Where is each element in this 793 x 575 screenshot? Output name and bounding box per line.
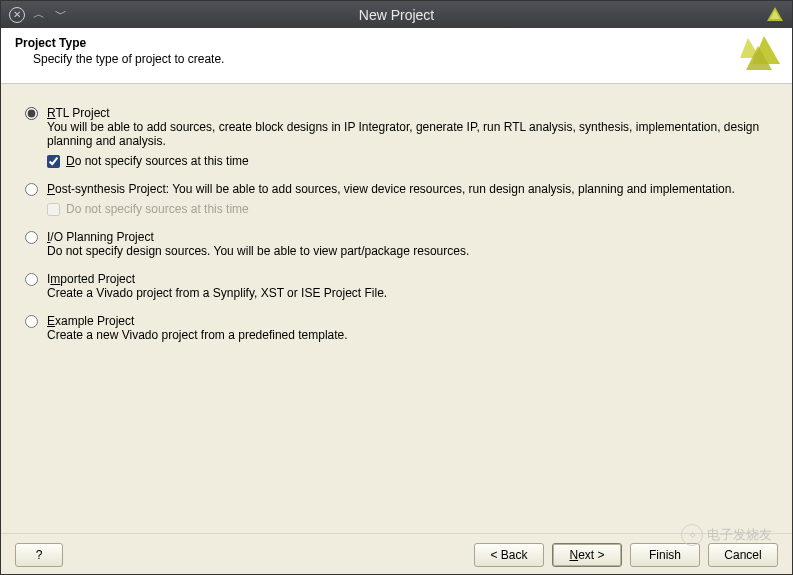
back-button[interactable]: < Back [474, 543, 544, 567]
vivado-logo-icon [738, 34, 782, 81]
option-post-title: Post-synthesis Project: You will be able… [47, 182, 774, 196]
option-ioplan-desc: Do not specify design sources. You will … [47, 244, 774, 258]
window-controls: ✕ ︿ ﹀ [1, 7, 69, 23]
wizard-footer: ? < Back Next > Finish Cancel [1, 533, 792, 575]
option-example-desc: Create a new Vivado project from a prede… [47, 328, 774, 342]
finish-button[interactable]: Finish [630, 543, 700, 567]
option-rtl-title: RTL Project [47, 106, 774, 120]
radio-imported-project[interactable] [25, 273, 38, 286]
option-example-title: Example Project [47, 314, 774, 328]
wizard-header: Project Type Specify the type of project… [1, 28, 792, 84]
radio-rtl-project[interactable] [25, 107, 38, 120]
option-ioplan-title: I/O Planning Project [47, 230, 774, 244]
help-button[interactable]: ? [15, 543, 63, 567]
rtl-do-not-specify-sources[interactable]: Do not specify sources at this time [47, 154, 774, 168]
app-logo-icon [766, 6, 784, 27]
close-icon[interactable]: ✕ [9, 7, 25, 23]
radio-io-planning[interactable] [25, 231, 38, 244]
project-type-options: RTL Project You will be able to add sour… [1, 84, 792, 533]
page-subtitle: Specify the type of project to create. [15, 50, 778, 66]
checkbox-rtl-no-sources[interactable] [47, 155, 60, 168]
option-post-synthesis[interactable]: Post-synthesis Project: You will be able… [25, 182, 774, 216]
titlebar: ✕ ︿ ﹀ New Project [1, 1, 792, 28]
post-do-not-specify-sources: Do not specify sources at this time [47, 202, 774, 216]
option-imported-project[interactable]: Imported Project Create a Vivado project… [25, 272, 774, 300]
radio-post-synthesis[interactable] [25, 183, 38, 196]
page-title: Project Type [15, 36, 778, 50]
option-io-planning[interactable]: I/O Planning Project Do not specify desi… [25, 230, 774, 258]
radio-example-project[interactable] [25, 315, 38, 328]
option-imported-title: Imported Project [47, 272, 774, 286]
next-button[interactable]: Next > [552, 543, 622, 567]
checkbox-post-no-sources [47, 203, 60, 216]
option-imported-desc: Create a Vivado project from a Synplify,… [47, 286, 774, 300]
chevron-up-icon[interactable]: ︿ [31, 7, 47, 23]
window-title: New Project [1, 7, 792, 23]
option-rtl-desc: You will be able to add sources, create … [47, 120, 774, 148]
option-example-project[interactable]: Example Project Create a new Vivado proj… [25, 314, 774, 342]
checkbox-rtl-label: Do not specify sources at this time [66, 154, 249, 168]
chevron-down-icon[interactable]: ﹀ [53, 7, 69, 23]
cancel-button[interactable]: Cancel [708, 543, 778, 567]
option-rtl-project[interactable]: RTL Project You will be able to add sour… [25, 106, 774, 168]
checkbox-post-label: Do not specify sources at this time [66, 202, 249, 216]
